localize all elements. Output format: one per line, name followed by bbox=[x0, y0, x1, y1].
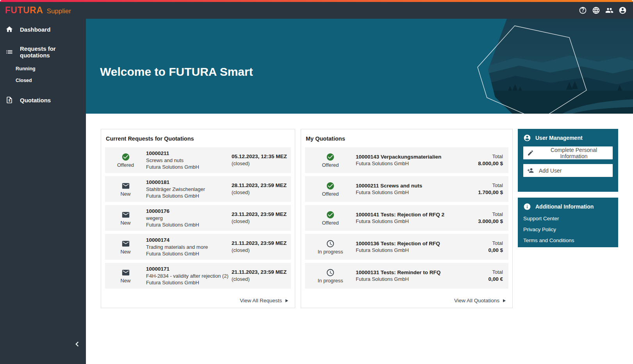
home-icon bbox=[5, 25, 13, 33]
brand-suffix: Supplier bbox=[47, 7, 71, 15]
quotation-row[interactable]: Offered 10000141 Tests: Rejection of RFQ… bbox=[305, 205, 508, 231]
brand-name: FUTURA bbox=[5, 5, 43, 16]
quotation-row[interactable]: Offered 10000143 Verpackungsmaterialien … bbox=[305, 147, 508, 173]
request-description: wegerg bbox=[146, 215, 229, 221]
request-company: Futura Solutions GmbH bbox=[146, 164, 229, 170]
view-all-requests-link[interactable]: View All Requests bbox=[101, 292, 295, 303]
user-group-icon[interactable] bbox=[605, 6, 613, 14]
quotation-title: 10000141 Tests: Rejection of RFQ 2 bbox=[356, 211, 460, 218]
deadline-date: 21.11.2023, 23:59 MEZ bbox=[232, 269, 291, 276]
sidebar-item-label: Quotations bbox=[20, 97, 51, 103]
quotation-row[interactable]: In progress 10000131 Tests: Reminder to … bbox=[305, 263, 508, 289]
total-amount: 0,00 $ bbox=[462, 247, 503, 254]
total-label: Total bbox=[462, 269, 503, 276]
total-amount: 0,00 € bbox=[462, 276, 503, 283]
top-bar: FUTURA Supplier bbox=[0, 2, 633, 19]
quotation-info: 10000136 Tests: Rejection of RFQ Futura … bbox=[356, 240, 462, 254]
status-label: Offered bbox=[322, 191, 339, 197]
view-all-quotations-label: View All Quotations bbox=[454, 298, 499, 303]
status-label: New bbox=[120, 191, 130, 197]
sidebar-item-dashboard[interactable]: Dashboard bbox=[0, 21, 86, 37]
total-amount: 3.000,00 $ bbox=[462, 218, 503, 225]
button-label: Complete Personal Information bbox=[539, 147, 609, 159]
in-progress-clock-icon bbox=[326, 239, 335, 248]
status-label: New bbox=[120, 220, 130, 226]
sidebar-item-running[interactable]: Running bbox=[0, 63, 86, 75]
terms-and-conditions-link[interactable]: Terms and Conditions bbox=[523, 237, 613, 243]
quotation-total: Total 1.700,00 $ bbox=[462, 182, 508, 196]
request-status: New bbox=[105, 182, 146, 197]
offered-check-icon bbox=[326, 153, 335, 161]
quotation-status: In progress bbox=[305, 239, 356, 255]
view-all-quotations-link[interactable]: View All Quotations bbox=[301, 292, 512, 303]
new-mail-icon bbox=[121, 268, 130, 277]
request-deadline: 21.11.2023, 23:59 MEZ (closed) bbox=[232, 269, 291, 283]
request-deadline: 05.12.2023, 12:35 MEZ (closed) bbox=[232, 153, 291, 167]
sidebar-item-requests-for-quotations[interactable]: Requests for quotations bbox=[0, 41, 86, 63]
total-amount: 8.000,00 $ bbox=[462, 160, 503, 167]
deadline-note: (closed) bbox=[232, 276, 291, 283]
complete-personal-information-button[interactable]: Complete Personal Information bbox=[523, 146, 613, 159]
request-row[interactable]: New 10000181 Stahlträger Zwischenlager F… bbox=[105, 176, 291, 202]
quotation-company: Futura Solutions GmbH bbox=[356, 276, 460, 282]
quotation-total: Total 0,00 € bbox=[462, 269, 508, 283]
request-info: 10000176 wegerg Futura Solutions GmbH bbox=[146, 208, 232, 228]
offered-check-icon bbox=[326, 182, 335, 190]
status-label: Offered bbox=[117, 162, 134, 168]
request-description: F4H-2834 - validity after rejection (2) bbox=[146, 273, 229, 279]
quotation-total: Total 0,00 $ bbox=[462, 240, 508, 254]
offered-check-icon bbox=[326, 211, 335, 219]
request-id: 10000176 bbox=[146, 208, 229, 215]
quotation-title: 10000211 Screws and nuts bbox=[356, 182, 460, 189]
request-id: 10000174 bbox=[146, 237, 229, 244]
card-title: User Management bbox=[535, 135, 583, 141]
sidebar-item-closed[interactable]: Closed bbox=[0, 75, 86, 86]
quotation-status: Offered bbox=[305, 182, 356, 197]
caret-right-icon bbox=[503, 299, 506, 302]
card-title: Current Requests for Quotations bbox=[101, 129, 295, 147]
privacy-policy-link[interactable]: Privacy Policy bbox=[523, 227, 613, 232]
offered-check-icon bbox=[121, 153, 130, 161]
user-management-card: User Management Complete Personal Inform… bbox=[518, 129, 618, 192]
view-all-requests-label: View All Requests bbox=[240, 298, 282, 303]
account-icon bbox=[523, 134, 531, 142]
request-row[interactable]: Offered 10000211 Screws and nuts Futura … bbox=[105, 147, 291, 173]
request-row[interactable]: New 10000176 wegerg Futura Solutions Gmb… bbox=[105, 205, 291, 231]
request-status: New bbox=[105, 268, 146, 284]
sidebar-collapse-button[interactable] bbox=[71, 338, 83, 350]
new-mail-icon bbox=[121, 239, 130, 248]
request-row[interactable]: New 10000174 Trading materials and more … bbox=[105, 234, 291, 260]
quotation-title: 10000136 Tests: Rejection of RFQ bbox=[356, 240, 460, 247]
chevron-left-icon bbox=[73, 340, 82, 348]
request-id: 10000181 bbox=[146, 179, 229, 186]
total-label: Total bbox=[462, 153, 503, 160]
request-description: Trading materials and more bbox=[146, 244, 229, 250]
quotation-status: Offered bbox=[305, 153, 356, 168]
request-info: 10000171 F4H-2834 - validity after rejec… bbox=[146, 266, 232, 286]
quotation-info: 10000131 Tests: Reminder to RFQ Futura S… bbox=[356, 269, 462, 283]
page-title: Welcome to FUTURA Smart bbox=[100, 65, 253, 79]
language-globe-icon[interactable] bbox=[592, 6, 600, 14]
list-icon bbox=[5, 48, 13, 56]
help-icon[interactable] bbox=[579, 6, 587, 14]
deadline-date: 28.11.2023, 23:59 MEZ bbox=[232, 182, 291, 189]
account-icon[interactable] bbox=[619, 6, 627, 14]
sidebar-item-quotations[interactable]: $ Quotations bbox=[0, 92, 86, 108]
add-user-button[interactable]: Add User bbox=[523, 164, 613, 177]
request-row-list: Offered 10000211 Screws and nuts Futura … bbox=[105, 147, 291, 289]
quotation-info: 10000141 Tests: Rejection of RFQ 2 Futur… bbox=[356, 211, 462, 225]
support-center-link[interactable]: Support Center bbox=[523, 216, 613, 221]
new-mail-icon bbox=[121, 211, 130, 219]
request-row[interactable]: New 10000171 F4H-2834 - validity after r… bbox=[105, 263, 291, 289]
pencil-icon bbox=[527, 150, 534, 156]
request-company: Futura Solutions GmbH bbox=[146, 250, 229, 257]
hexagon-landscape-graphic bbox=[449, 19, 633, 114]
quotation-company: Futura Solutions GmbH bbox=[356, 247, 460, 253]
current-requests-card: Current Requests for Quotations Offered … bbox=[101, 129, 295, 308]
quotation-row[interactable]: Offered 10000211 Screws and nuts Futura … bbox=[305, 176, 508, 202]
in-progress-clock-icon bbox=[326, 268, 335, 277]
deadline-note: (closed) bbox=[232, 247, 291, 254]
quotation-row[interactable]: In progress 10000136 Tests: Rejection of… bbox=[305, 234, 508, 260]
status-label: New bbox=[120, 249, 130, 255]
quotation-info: 10000211 Screws and nuts Futura Solution… bbox=[356, 182, 462, 196]
